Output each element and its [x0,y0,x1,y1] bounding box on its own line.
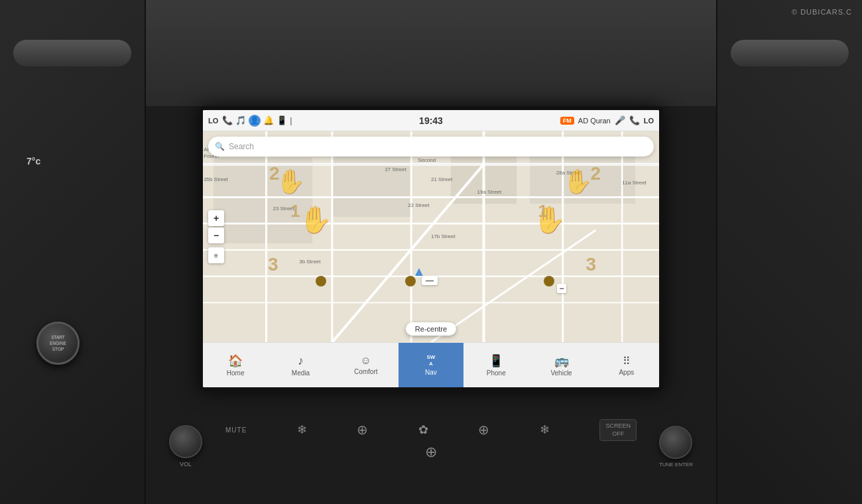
zoom-in-button[interactable]: + [208,210,224,226]
fan-icon-1: ⊕ [357,422,368,438]
svg-text:11a Street: 11a Street [622,180,646,186]
screen-inner: LO 📞 🎵 👤 🔔 📱 | 19:43 FM [203,110,659,387]
seat-icon: ❄ [540,422,550,437]
search-icon: 🔍 [215,142,225,151]
svg-text:27 Street: 27 Street [385,166,406,172]
nav-item-vehicle[interactable]: 🚌 Vehicle [528,343,593,387]
search-placeholder: Search [229,142,254,151]
tune-label: TUNE ENTER [659,462,693,468]
media-icon: ♪ [298,354,304,368]
media-label: Media [292,369,310,377]
comfort-label: Comfort [354,368,378,375]
nav-item-media[interactable]: ♪ Media [268,343,333,387]
svg-rect-1 [214,158,312,243]
engine-button[interactable]: STARTENGINESTOP [36,322,80,365]
nav-item-nav[interactable]: SWA Nav [399,343,463,387]
map-minus-center[interactable]: — [422,276,438,285]
engine-button-text: STARTENGINESTOP [50,334,66,352]
vehicle-label: Vehicle [550,369,572,377]
watermark: © DUBICARS.C [792,8,852,16]
status-left: LO 📞 🎵 👤 🔔 📱 | [208,115,412,127]
recentre-button[interactable]: Re-centre [406,322,456,336]
temp-display-left: 7°c [27,156,40,166]
extra-icon: | [290,115,292,125]
phone-icon: 📞 [222,115,233,125]
nav-item-phone[interactable]: 📱 Phone [463,343,528,387]
map-menu-button[interactable]: ≡ [208,247,224,263]
svg-text:17b Street: 17b Street [431,233,456,239]
vol-label: VOL [180,461,192,468]
tune-knob[interactable] [659,426,692,459]
map-area[interactable]: Al Asayel Street Al Qouz Industrial Four… [203,131,659,342]
call-icon: 📞 [629,115,640,125]
search-bar[interactable]: 🔍 Search [208,137,654,157]
car-interior: 7°c STARTENGINESTOP LO 📞 🎵 👤 [0,0,862,504]
location-pin-right [544,276,554,286]
svg-text:22 Street: 22 Street [408,202,430,208]
svg-text:Second: Second [418,157,436,163]
status-icons: 📞 🎵 👤 🔔 📱 | [222,115,292,127]
nav-item-apps[interactable]: ⠿ Apps [594,343,659,387]
tune-area: TUNE ENTER [659,426,693,468]
phone-label: Phone [487,369,506,377]
radio-badge: FM [560,117,574,125]
bell-icon: 🔔 [263,115,274,125]
status-right: FM AD Quran 🎤 📞 LO [450,115,654,125]
apps-label: Apps [619,369,634,376]
phone-nav-icon: 📱 [489,353,503,368]
apps-icon: ⠿ [623,355,631,367]
station-name: AD Quran [578,117,611,125]
location-pin-left [316,276,326,286]
vol-area: VOL [169,425,202,468]
vol-knob[interactable] [169,425,202,458]
phone-portrait-icon: 📱 [277,115,287,125]
fan-icon-2: ⊕ [478,422,489,438]
snowflake-icon: ❄ [297,422,307,437]
left-panel [0,0,146,504]
steering-icon: ✿ [418,422,428,437]
nav-item-home[interactable]: 🏠 Home [203,343,268,387]
nav-bar: 🏠 Home ♪ Media ☺ Comfort [203,342,659,387]
music-icon: 🎵 [235,115,246,125]
climate-controls-row: MUTE ❄ ⊕ ✿ ⊕ ❄ SCREENOFF [206,419,656,441]
door-handle-left [13,40,131,66]
map-svg: Al Asayel Street Al Qouz Industrial Four… [203,131,659,342]
outer-frame: 7°c STARTENGINESTOP LO 📞 🎵 👤 [0,0,862,504]
comfort-icon: ☺ [361,355,371,367]
nav-label: Nav [425,369,437,376]
home-label: Home [227,369,245,377]
status-lo-right: LO [644,117,654,125]
nav-badge: SWA [427,354,436,367]
right-panel [716,0,862,504]
screen-off-button[interactable]: SCREENOFF [599,419,637,441]
location-pin-center [405,276,416,286]
mute-label: MUTE [225,426,247,434]
profile-icon: 👤 [249,115,261,127]
svg-text:28a Street: 28a Street [556,170,581,176]
door-handle-right [731,40,849,66]
zoom-out-button[interactable]: − [208,227,224,243]
infotainment-screen: LO 📞 🎵 👤 🔔 📱 | 19:43 FM [199,106,663,391]
svg-text:3b Street: 3b Street [299,259,321,265]
nav-item-comfort[interactable]: ☺ Comfort [334,343,399,387]
svg-text:35b Street: 35b Street [204,176,228,182]
svg-text:23 Street: 23 Street [273,206,295,212]
status-lo-left: LO [208,117,218,125]
svg-rect-2 [332,151,411,217]
svg-text:19a Street: 19a Street [477,189,502,195]
fan-speed-icon: ⊕ [425,444,437,461]
engine-start-area: STARTENGINESTOP [36,322,80,365]
vehicle-icon: 🚌 [554,353,569,368]
fan-speed-row: ⊕ [332,444,530,461]
svg-rect-4 [530,151,635,204]
home-icon: 🏠 [228,353,243,368]
map-controls: + − ≡ [208,210,224,263]
map-minus-right[interactable]: − [557,284,566,293]
status-time: 19:43 [419,115,443,126]
status-bar: LO 📞 🎵 👤 🔔 📱 | 19:43 FM [203,110,659,131]
svg-text:21 Street: 21 Street [431,176,453,182]
mic-icon: 🎤 [615,115,625,125]
